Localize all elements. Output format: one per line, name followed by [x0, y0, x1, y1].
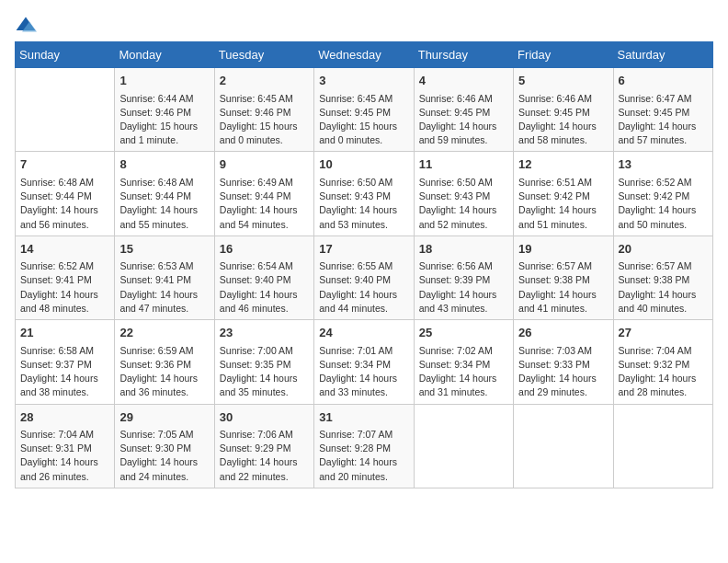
day-number: 27 — [619, 324, 708, 342]
calendar-cell: 31Sunrise: 7:07 AM Sunset: 9:28 PM Dayli… — [314, 404, 414, 488]
day-info: Sunrise: 6:57 AM Sunset: 9:38 PM Dayligh… — [518, 259, 608, 316]
calendar-cell: 24Sunrise: 7:01 AM Sunset: 9:34 PM Dayli… — [314, 320, 414, 404]
day-header-sunday: Sunday — [16, 42, 115, 68]
day-number: 29 — [119, 408, 209, 427]
day-info: Sunrise: 6:46 AM Sunset: 9:45 PM Dayligh… — [419, 92, 508, 148]
day-info: Sunrise: 6:48 AM Sunset: 9:44 PM Dayligh… — [20, 176, 109, 232]
day-number: 20 — [619, 240, 708, 259]
calendar-cell: 18Sunrise: 6:56 AM Sunset: 9:39 PM Dayli… — [414, 236, 513, 319]
day-info: Sunrise: 7:01 AM Sunset: 9:34 PM Dayligh… — [319, 344, 408, 400]
calendar-cell: 10Sunrise: 6:50 AM Sunset: 9:43 PM Dayli… — [314, 152, 414, 236]
calendar-cell — [613, 404, 712, 488]
day-info: Sunrise: 7:02 AM Sunset: 9:34 PM Dayligh… — [419, 344, 508, 400]
day-number: 28 — [20, 408, 109, 427]
day-number: 5 — [518, 72, 608, 90]
day-number: 30 — [220, 408, 309, 427]
calendar-cell — [514, 404, 613, 488]
day-number: 18 — [419, 240, 508, 259]
day-info: Sunrise: 7:04 AM Sunset: 9:31 PM Dayligh… — [20, 428, 109, 484]
day-header-thursday: Thursday — [414, 42, 513, 68]
calendar-cell: 5Sunrise: 6:46 AM Sunset: 9:45 PM Daylig… — [514, 68, 613, 152]
calendar-cell — [414, 404, 513, 488]
calendar-cell: 9Sunrise: 6:49 AM Sunset: 9:44 PM Daylig… — [214, 152, 313, 236]
day-number: 15 — [119, 240, 209, 259]
calendar-cell: 29Sunrise: 7:05 AM Sunset: 9:30 PM Dayli… — [115, 404, 214, 488]
day-number: 17 — [319, 240, 408, 259]
calendar-cell: 7Sunrise: 6:48 AM Sunset: 9:44 PM Daylig… — [16, 152, 115, 236]
calendar-cell: 23Sunrise: 7:00 AM Sunset: 9:35 PM Dayli… — [214, 320, 313, 404]
day-number: 22 — [119, 324, 209, 342]
day-number: 13 — [619, 155, 708, 174]
calendar-cell: 14Sunrise: 6:52 AM Sunset: 9:41 PM Dayli… — [16, 236, 115, 319]
calendar-cell: 6Sunrise: 6:47 AM Sunset: 9:45 PM Daylig… — [613, 68, 712, 152]
day-number: 14 — [20, 240, 109, 259]
day-info: Sunrise: 6:59 AM Sunset: 9:36 PM Dayligh… — [119, 344, 209, 400]
day-info: Sunrise: 7:06 AM Sunset: 9:29 PM Dayligh… — [220, 428, 309, 484]
day-info: Sunrise: 6:54 AM Sunset: 9:40 PM Dayligh… — [220, 259, 309, 316]
logo — [15, 15, 40, 34]
day-info: Sunrise: 6:53 AM Sunset: 9:41 PM Dayligh… — [119, 259, 209, 316]
day-info: Sunrise: 6:50 AM Sunset: 9:43 PM Dayligh… — [419, 176, 508, 232]
day-number: 31 — [319, 408, 408, 427]
calendar-cell: 15Sunrise: 6:53 AM Sunset: 9:41 PM Dayli… — [115, 236, 214, 319]
calendar-cell: 20Sunrise: 6:57 AM Sunset: 9:38 PM Dayli… — [613, 236, 712, 319]
day-info: Sunrise: 6:56 AM Sunset: 9:39 PM Dayligh… — [419, 259, 508, 316]
day-info: Sunrise: 6:52 AM Sunset: 9:42 PM Dayligh… — [619, 176, 708, 232]
day-header-friday: Friday — [514, 42, 613, 68]
day-number: 9 — [220, 155, 309, 174]
day-header-monday: Monday — [115, 42, 214, 68]
day-number: 2 — [220, 72, 309, 90]
day-number: 23 — [220, 324, 309, 342]
day-info: Sunrise: 7:05 AM Sunset: 9:30 PM Dayligh… — [119, 428, 209, 484]
calendar-cell: 27Sunrise: 7:04 AM Sunset: 9:32 PM Dayli… — [613, 320, 712, 404]
day-info: Sunrise: 6:51 AM Sunset: 9:42 PM Dayligh… — [518, 176, 608, 232]
day-number: 25 — [419, 324, 508, 342]
calendar-table: SundayMondayTuesdayWednesdayThursdayFrid… — [15, 41, 713, 488]
calendar-cell: 30Sunrise: 7:06 AM Sunset: 9:29 PM Dayli… — [214, 404, 313, 488]
day-info: Sunrise: 6:48 AM Sunset: 9:44 PM Dayligh… — [119, 176, 209, 232]
calendar-cell: 26Sunrise: 7:03 AM Sunset: 9:33 PM Dayli… — [514, 320, 613, 404]
day-info: Sunrise: 6:57 AM Sunset: 9:38 PM Dayligh… — [619, 259, 708, 316]
day-info: Sunrise: 6:45 AM Sunset: 9:46 PM Dayligh… — [220, 92, 309, 148]
calendar-cell: 28Sunrise: 7:04 AM Sunset: 9:31 PM Dayli… — [16, 404, 115, 488]
calendar-cell: 11Sunrise: 6:50 AM Sunset: 9:43 PM Dayli… — [414, 152, 513, 236]
day-info: Sunrise: 7:00 AM Sunset: 9:35 PM Dayligh… — [220, 344, 309, 400]
day-number: 7 — [20, 155, 109, 174]
day-number: 26 — [518, 324, 608, 342]
day-number: 24 — [319, 324, 408, 342]
day-number: 16 — [220, 240, 309, 259]
day-header-tuesday: Tuesday — [214, 42, 313, 68]
calendar-cell: 19Sunrise: 6:57 AM Sunset: 9:38 PM Dayli… — [514, 236, 613, 319]
calendar-cell: 1Sunrise: 6:44 AM Sunset: 9:46 PM Daylig… — [115, 68, 214, 152]
calendar-cell — [16, 68, 115, 152]
day-info: Sunrise: 6:44 AM Sunset: 9:46 PM Dayligh… — [119, 92, 209, 148]
day-header-wednesday: Wednesday — [314, 42, 414, 68]
calendar-cell: 8Sunrise: 6:48 AM Sunset: 9:44 PM Daylig… — [115, 152, 214, 236]
calendar-cell: 16Sunrise: 6:54 AM Sunset: 9:40 PM Dayli… — [214, 236, 313, 319]
day-number: 10 — [319, 155, 408, 174]
day-info: Sunrise: 6:47 AM Sunset: 9:45 PM Dayligh… — [619, 92, 708, 148]
day-number: 1 — [119, 72, 209, 90]
day-info: Sunrise: 6:55 AM Sunset: 9:40 PM Dayligh… — [319, 259, 408, 316]
day-number: 19 — [518, 240, 608, 259]
calendar-cell: 17Sunrise: 6:55 AM Sunset: 9:40 PM Dayli… — [314, 236, 414, 319]
day-info: Sunrise: 6:46 AM Sunset: 9:45 PM Dayligh… — [518, 92, 608, 148]
day-info: Sunrise: 6:58 AM Sunset: 9:37 PM Dayligh… — [20, 344, 109, 400]
day-info: Sunrise: 7:03 AM Sunset: 9:33 PM Dayligh… — [518, 344, 608, 400]
calendar-cell: 2Sunrise: 6:45 AM Sunset: 9:46 PM Daylig… — [214, 68, 313, 152]
day-number: 8 — [119, 155, 209, 174]
day-number: 6 — [619, 72, 708, 90]
day-header-saturday: Saturday — [613, 42, 712, 68]
day-info: Sunrise: 7:07 AM Sunset: 9:28 PM Dayligh… — [319, 428, 408, 484]
page-header — [15, 15, 713, 34]
day-info: Sunrise: 7:04 AM Sunset: 9:32 PM Dayligh… — [619, 344, 708, 400]
day-info: Sunrise: 6:50 AM Sunset: 9:43 PM Dayligh… — [319, 176, 408, 232]
calendar-cell: 4Sunrise: 6:46 AM Sunset: 9:45 PM Daylig… — [414, 68, 513, 152]
day-number: 21 — [20, 324, 109, 342]
day-number: 3 — [319, 72, 408, 90]
calendar-cell: 25Sunrise: 7:02 AM Sunset: 9:34 PM Dayli… — [414, 320, 513, 404]
calendar-cell: 13Sunrise: 6:52 AM Sunset: 9:42 PM Dayli… — [613, 152, 712, 236]
day-number: 11 — [419, 155, 508, 174]
day-info: Sunrise: 6:49 AM Sunset: 9:44 PM Dayligh… — [220, 176, 309, 232]
calendar-cell: 22Sunrise: 6:59 AM Sunset: 9:36 PM Dayli… — [115, 320, 214, 404]
